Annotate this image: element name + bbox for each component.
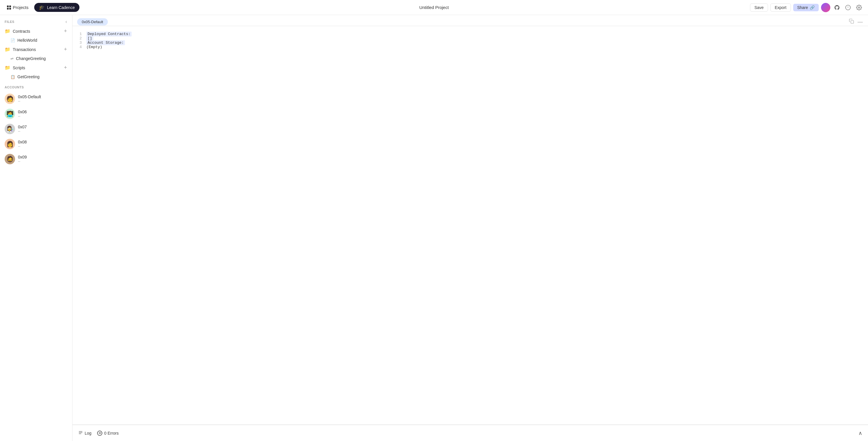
transactions-folder[interactable]: 📁 Transactions + — [0, 44, 72, 55]
copy-button[interactable] — [848, 18, 855, 26]
helloworld-label: HelloWorld — [18, 38, 37, 43]
account-sub-0x09: -- — [18, 159, 27, 163]
log-icon — [78, 430, 83, 436]
scripts-folder-left: 📁 Scripts — [5, 65, 25, 70]
log-collapse-button[interactable]: ∧ — [859, 430, 862, 436]
account-sub-0x07: -- — [18, 129, 27, 133]
code-line-1: 1 Deployed Contracts: — [72, 32, 868, 36]
files-section-header: FILES ‹ — [0, 15, 72, 26]
graduation-cap-icon: 🎓 — [39, 5, 44, 10]
editor-pane: 0x05-Default — 1 Deployed Contracts: 2 — [72, 15, 868, 425]
nav-right: Save Export Share 🔗 — [750, 3, 863, 12]
active-tab[interactable]: 0x05-Default — [77, 18, 108, 26]
transactions-add-button[interactable]: + — [63, 46, 67, 53]
accounts-section: ACCOUNTS 🧑 0x05-Default -- 🧑‍💻 0x06 -- 👩… — [0, 81, 72, 169]
file-icon-transaction: ⇌ — [10, 57, 13, 61]
error-circle-icon: ⊗ — [97, 431, 102, 436]
file-icon: 📄 — [10, 38, 15, 43]
contracts-add-button[interactable]: + — [63, 28, 67, 34]
contracts-folder-left: 📁 Contracts — [5, 28, 30, 34]
github-button[interactable] — [833, 3, 841, 12]
editor-tabs: 0x05-Default — — [72, 15, 868, 26]
folder-icon-transactions: 📁 — [5, 47, 10, 52]
editor-content: 1 Deployed Contracts: 2 [] 3 Account Sto… — [72, 26, 868, 425]
content-area: 0x05-Default — 1 Deployed Contracts: 2 — [72, 15, 868, 441]
accounts-label: ACCOUNTS — [0, 86, 72, 91]
account-avatar-0x05: 🧑 — [5, 94, 15, 104]
code-line-4: 4 (Empty) — [72, 45, 868, 49]
export-button[interactable]: Export — [770, 3, 790, 11]
sidebar-collapse-button[interactable]: ‹ — [65, 19, 67, 25]
log-tab[interactable]: Log — [78, 430, 91, 436]
account-sub-0x05: -- — [18, 99, 41, 103]
scripts-label: Scripts — [13, 66, 25, 70]
line-num-1: 1 — [72, 32, 86, 36]
share-button[interactable]: Share 🔗 — [793, 4, 819, 11]
settings-button[interactable] — [855, 3, 863, 12]
scripts-add-button[interactable]: + — [63, 65, 67, 71]
code-line-3: 3 Account Storage: — [72, 40, 868, 45]
learn-cadence-button[interactable]: 🎓 Learn Cadence — [34, 3, 80, 12]
account-item-0x08[interactable]: 👩 0x08 -- — [0, 136, 72, 151]
account-name-0x05: 0x05-Default — [18, 95, 41, 99]
svg-rect-4 — [851, 21, 854, 24]
account-name-0x07: 0x07 — [18, 125, 27, 129]
contracts-folder[interactable]: 📁 Contracts + — [0, 26, 72, 36]
folder-icon: 📁 — [5, 28, 10, 34]
helloworld-file[interactable]: 📄 HelloWorld — [0, 36, 72, 44]
line-num-4: 4 — [72, 45, 86, 49]
minimize-button[interactable]: — — [857, 18, 863, 26]
account-info-0x07: 0x07 -- — [18, 125, 27, 133]
project-title: Untitled Project — [419, 5, 449, 10]
nav-left: Projects 🎓 Learn Cadence — [5, 3, 80, 12]
log-label: Log — [85, 431, 91, 436]
save-button[interactable]: Save — [750, 3, 768, 11]
line-num-2: 2 — [72, 36, 86, 40]
sidebar: FILES ‹ 📁 Contracts + 📄 HelloWorld 📁 Tra… — [0, 15, 72, 441]
account-name-0x09: 0x09 — [18, 155, 27, 159]
account-name-0x08: 0x08 — [18, 140, 27, 144]
svg-point-3 — [859, 7, 860, 8]
code-line-2: 2 [] — [72, 36, 868, 40]
getgreeting-file[interactable]: 📋 GetGreeting — [0, 73, 72, 81]
getgreeting-label: GetGreeting — [18, 74, 39, 79]
account-item-0x09[interactable]: 🧔 0x09 -- — [0, 151, 72, 167]
main-layout: FILES ‹ 📁 Contracts + 📄 HelloWorld 📁 Tra… — [0, 15, 868, 441]
account-avatar-0x06: 🧑‍💻 — [5, 109, 15, 119]
account-name-0x06: 0x06 — [18, 109, 27, 114]
account-item-0x07[interactable]: 👩‍🔬 0x07 -- — [0, 122, 72, 136]
account-sub-0x06: -- — [18, 114, 27, 118]
account-avatar-0x08: 👩 — [5, 139, 15, 149]
account-info-0x08: 0x08 -- — [18, 140, 27, 148]
transactions-label: Transactions — [13, 47, 36, 52]
projects-label: Projects — [13, 5, 28, 10]
account-info-0x06: 0x06 -- — [18, 109, 27, 118]
editor-tab-actions: — — [848, 18, 863, 26]
line-content-4: (Empty) — [86, 45, 102, 49]
scripts-folder[interactable]: 📁 Scripts + — [0, 63, 72, 73]
line-content-1: Deployed Contracts: — [86, 32, 132, 36]
account-item-0x05[interactable]: 🧑 0x05-Default -- — [0, 91, 72, 106]
account-item-0x06[interactable]: 🧑‍💻 0x06 -- — [0, 106, 72, 122]
user-avatar-button[interactable] — [821, 3, 830, 12]
changegreeting-label: ChangeGreeting — [16, 56, 46, 61]
account-sub-0x08: -- — [18, 144, 27, 148]
errors-label: 0 Errors — [104, 431, 119, 436]
link-icon: 🔗 — [810, 5, 815, 10]
changegreeting-file[interactable]: ⇌ ChangeGreeting — [0, 55, 72, 63]
grid-icon — [7, 5, 11, 9]
line-content-2: [] — [86, 36, 93, 40]
info-button[interactable] — [844, 3, 852, 12]
errors-tab[interactable]: ⊗ 0 Errors — [97, 431, 119, 436]
folder-icon-scripts: 📁 — [5, 65, 10, 70]
log-left: Log ⊗ 0 Errors — [78, 430, 119, 436]
line-content-3: Account Storage: — [86, 40, 125, 45]
account-avatar-0x07: 👩‍🔬 — [5, 124, 15, 134]
line-num-3: 3 — [72, 40, 86, 45]
account-info-0x05: 0x05-Default -- — [18, 95, 41, 103]
projects-button[interactable]: Projects — [5, 3, 31, 11]
contracts-label: Contracts — [13, 29, 30, 34]
share-label: Share — [797, 5, 808, 10]
file-icon-script: 📋 — [10, 75, 15, 79]
account-info-0x09: 0x09 -- — [18, 155, 27, 163]
